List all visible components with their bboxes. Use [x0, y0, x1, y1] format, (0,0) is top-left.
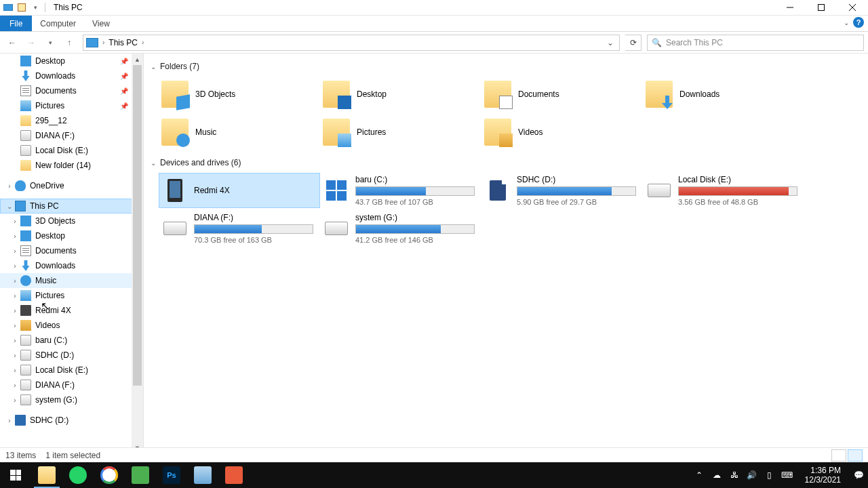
folder-tile[interactable]: Videos — [481, 115, 643, 150]
address-bar[interactable]: › This PC › ⌄ — [83, 35, 620, 51]
details-view-button[interactable] — [831, 449, 846, 462]
sidebar-scrollbar[interactable]: ▲ ▼ — [132, 54, 143, 453]
group-folders-header[interactable]: ⌄ Folders (7) — [151, 62, 861, 71]
search-input[interactable]: 🔍 Search This PC — [647, 35, 864, 51]
expand-icon[interactable]: › — [11, 218, 19, 225]
sidebar-item[interactable]: Desktop📌 — [0, 54, 143, 68]
sidebar-item[interactable]: ›Music — [0, 273, 143, 288]
refresh-button[interactable]: ⟳ — [625, 35, 642, 51]
sidebar-item[interactable]: ›Videos — [0, 318, 143, 333]
folder-tile[interactable]: Music — [159, 115, 320, 150]
expand-icon[interactable]: › — [5, 182, 14, 190]
chevron-right-icon[interactable]: › — [102, 39, 104, 46]
sidebar-item[interactable]: ›SDHC (D:) — [0, 348, 143, 363]
expand-icon[interactable]: › — [11, 307, 19, 314]
qat-dropdown-icon[interactable]: ▾ — [30, 2, 41, 13]
drive-tile[interactable]: system (G:)41.2 GB free of 146 GB — [320, 211, 481, 246]
expand-icon[interactable]: › — [11, 232, 19, 240]
content-pane[interactable]: ⌄ Folders (7) 3D ObjectsDesktopDocuments… — [144, 54, 868, 453]
drive-tile[interactable]: DIANA (F:)70.3 GB free of 163 GB — [159, 211, 320, 246]
taskbar-clock[interactable]: 1:36 PM 12/3/2021 — [800, 466, 846, 485]
tray-battery-icon[interactable]: ▯ — [764, 470, 775, 481]
tray-volume-icon[interactable]: 🔊 — [747, 470, 757, 481]
close-button[interactable] — [837, 0, 868, 16]
tab-computer[interactable]: Computer — [32, 16, 84, 31]
folder-tile[interactable]: Pictures — [320, 115, 481, 150]
taskbar-whatsapp[interactable] — [62, 462, 94, 488]
expand-icon[interactable]: › — [11, 247, 19, 255]
tray-network-icon[interactable]: 🖧 — [729, 470, 740, 481]
sidebar-item[interactable]: ›Desktop — [0, 228, 143, 243]
ribbon-expand-icon[interactable]: ⌄ — [844, 19, 849, 26]
back-button[interactable]: ← — [4, 35, 20, 51]
start-button[interactable] — [0, 462, 31, 488]
expand-icon[interactable]: › — [11, 262, 19, 270]
expand-icon[interactable]: › — [11, 322, 19, 329]
breadcrumb[interactable]: This PC — [108, 38, 138, 47]
sidebar-item[interactable]: Downloads📌 — [0, 68, 143, 83]
taskbar-explorer[interactable] — [31, 462, 62, 488]
expand-icon[interactable]: › — [11, 352, 19, 359]
sidebar-item[interactable]: DIANA (F:) — [0, 128, 143, 143]
sidebar-item[interactable]: Pictures📌 — [0, 98, 143, 113]
sidebar-item[interactable]: New folder (14) — [0, 158, 143, 173]
recent-dropdown[interactable]: ▾ — [42, 35, 58, 51]
tray-language-icon[interactable]: ⌨ — [782, 470, 793, 481]
tiles-view-button[interactable] — [848, 449, 863, 462]
chevron-right-icon[interactable]: › — [142, 39, 144, 46]
sidebar-item-label: Downloads — [35, 261, 75, 270]
expand-icon[interactable]: › — [11, 292, 19, 300]
expand-icon[interactable]: › — [11, 337, 19, 344]
maximize-button[interactable] — [806, 0, 837, 16]
sidebar-item[interactable]: ›Redmi 4X — [0, 303, 143, 318]
folder-tile[interactable]: Documents — [481, 77, 643, 112]
drive-tile[interactable]: SDHC (D:)5.90 GB free of 29.7 GB — [481, 173, 643, 208]
sidebar-item[interactable]: ›system (G:) — [0, 392, 143, 407]
expand-icon[interactable]: › — [11, 382, 19, 389]
expand-icon[interactable]: ⌄ — [5, 203, 14, 210]
address-dropdown-icon[interactable]: ⌄ — [604, 38, 616, 47]
scroll-up-icon[interactable]: ▲ — [132, 54, 143, 65]
taskbar-notepad[interactable] — [187, 462, 218, 488]
sidebar-item[interactable]: ›Pictures — [0, 288, 143, 303]
tray-onedrive-icon[interactable]: ☁ — [711, 470, 722, 481]
expand-icon[interactable]: › — [11, 367, 19, 374]
properties-icon[interactable] — [16, 2, 27, 13]
drive-tile[interactable]: Local Disk (E:)3.56 GB free of 48.8 GB — [643, 173, 804, 208]
forward-button[interactable]: → — [23, 35, 39, 51]
sidebar-item[interactable]: Local Disk (E:) — [0, 143, 143, 158]
sidebar-item[interactable]: ⌄This PC — [0, 199, 143, 214]
sidebar-item[interactable]: ›baru (C:) — [0, 333, 143, 348]
taskbar-photoshop[interactable]: Ps — [156, 462, 187, 488]
help-icon[interactable]: ? — [853, 17, 864, 28]
sidebar-item[interactable]: ›Local Disk (E:) — [0, 363, 143, 378]
drive-tile[interactable]: Redmi 4X — [159, 173, 320, 208]
scrollbar-thumb[interactable] — [133, 65, 142, 386]
up-button[interactable]: ↑ — [61, 35, 77, 51]
tab-view[interactable]: View — [84, 16, 118, 31]
sidebar-item[interactable]: ›3D Objects — [0, 214, 143, 228]
sidebar-item[interactable]: ›Downloads — [0, 258, 143, 273]
expand-icon[interactable]: › — [11, 277, 19, 285]
folder-tile[interactable]: Downloads — [643, 77, 804, 112]
minimize-button[interactable] — [774, 0, 806, 16]
group-drives-header[interactable]: ⌄ Devices and drives (6) — [151, 158, 861, 167]
taskbar-app-green[interactable] — [125, 462, 156, 488]
sidebar-item[interactable]: ›SDHC (D:) — [0, 413, 143, 428]
taskbar-chrome[interactable] — [94, 462, 125, 488]
tray-overflow-icon[interactable]: ⌃ — [694, 470, 705, 481]
notifications-icon[interactable]: 💬 — [853, 470, 864, 481]
expand-icon[interactable]: › — [5, 417, 14, 424]
sidebar-item[interactable]: ›DIANA (F:) — [0, 378, 143, 392]
sidebar-item[interactable]: Documents📌 — [0, 83, 143, 98]
folder-tile[interactable]: 3D Objects — [159, 77, 320, 112]
drive-tile[interactable]: baru (C:)43.7 GB free of 107 GB — [320, 173, 481, 208]
pc-icon[interactable] — [3, 2, 14, 13]
sidebar-item[interactable]: 295__12 — [0, 113, 143, 128]
folder-tile[interactable]: Desktop — [320, 77, 481, 112]
file-tab[interactable]: File — [0, 16, 32, 31]
expand-icon[interactable]: › — [11, 396, 19, 404]
sidebar-item[interactable]: ›OneDrive — [0, 178, 143, 193]
sidebar-item[interactable]: ›Documents — [0, 243, 143, 258]
taskbar-app-red[interactable] — [218, 462, 250, 488]
